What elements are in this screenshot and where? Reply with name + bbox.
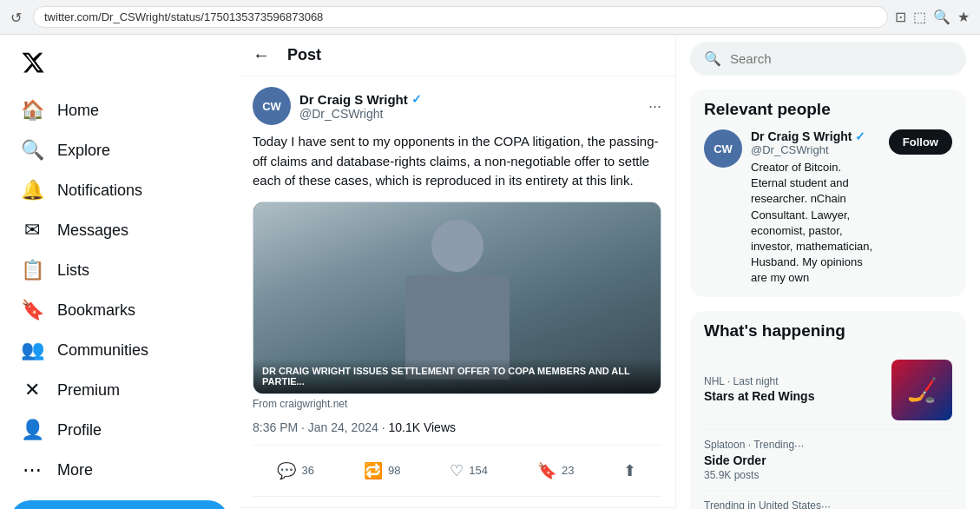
retweet-action[interactable]: 🔁 98: [357, 456, 407, 486]
notifications-icon: 🔔: [21, 179, 43, 202]
tweet-author-row: CW Dr Craig S Wright ✓ @Dr_CSWright ···: [253, 87, 661, 125]
relevant-verified-badge: ✓: [855, 129, 865, 143]
browser-icon-1[interactable]: ⊡: [895, 9, 906, 25]
communities-icon: 👥: [21, 339, 43, 361]
relevant-person-handle: @Dr_CSWright: [751, 143, 880, 156]
relevant-people-title: Relevant people: [704, 100, 952, 119]
tweet-image-placeholder: DR CRAIG WRIGHT ISSUES SETTLEMENT OFFER …: [253, 202, 661, 393]
sidebar: 🏠 Home 🔍 Explore 🔔 Notifications ✉ Messa…: [0, 35, 239, 509]
sidebar-item-profile[interactable]: 👤 Profile: [10, 410, 228, 450]
whats-happening-title: What's happening: [704, 321, 952, 340]
trending-splatoon-count: 35.9K posts: [704, 469, 804, 481]
tweet-image[interactable]: DR CRAIG WRIGHT ISSUES SETTLEMENT OFFER …: [253, 202, 661, 394]
reply-action[interactable]: 💬 36: [270, 456, 320, 486]
trending-splatoon-row: Splatoon · Trending ··· Side Order 35.9K…: [704, 439, 952, 481]
bookmark-icon: 🔖: [537, 461, 556, 480]
reload-icon[interactable]: ↺: [10, 10, 26, 25]
trending-splatoon-content: Splatoon · Trending ··· Side Order 35.9K…: [704, 439, 804, 481]
url-bar[interactable]: twitter.com/Dr_CSWright/status/175013537…: [33, 6, 888, 28]
browser-bar: ↺ twitter.com/Dr_CSWright/status/1750135…: [0, 0, 980, 35]
like-count: 154: [469, 464, 488, 477]
tweet-image-caption: DR CRAIG WRIGHT ISSUES SETTLEMENT OFFER …: [262, 366, 652, 387]
trending-emile-content: Trending in United States ··· Emile 7,21…: [704, 499, 831, 510]
trending-nhl-content: NHL · Last night Stars at Red Wings: [704, 375, 814, 405]
sidebar-item-home[interactable]: 🏠 Home: [10, 90, 228, 130]
tweet-image-source: From craigwright.net: [253, 398, 661, 410]
author-handle[interactable]: @Dr_CSWright: [299, 107, 422, 121]
trending-nhl-row: NHL · Last night Stars at Red Wings 🏒: [704, 360, 952, 420]
share-action[interactable]: ⬆: [616, 456, 643, 486]
post-header: ← Post: [239, 35, 675, 76]
sidebar-item-more[interactable]: ⋯ More: [10, 450, 228, 490]
profile-icon: 👤: [21, 419, 43, 441]
relevant-people-section: Relevant people CW Dr Craig S Wright ✓ @…: [690, 89, 966, 297]
tweet-avatar[interactable]: CW: [253, 87, 291, 125]
sidebar-label-notifications: Notifications: [57, 182, 142, 200]
trending-emile-more[interactable]: ···: [821, 499, 831, 510]
tweet-image-overlay: DR CRAIG WRIGHT ISSUES SETTLEMENT OFFER …: [253, 359, 661, 393]
sidebar-item-communities[interactable]: 👥 Communities: [10, 330, 228, 370]
search-input[interactable]: [730, 51, 952, 66]
sidebar-item-premium[interactable]: ✕ Premium: [10, 370, 228, 410]
browser-icon-2[interactable]: ⬚: [913, 9, 926, 25]
relevant-person-bio: Creator of Bitcoin. Eternal student and …: [751, 160, 880, 287]
trending-emile-row: Trending in United States ··· Emile 7,21…: [704, 499, 952, 510]
back-button[interactable]: ←: [253, 45, 270, 65]
sidebar-item-notifications[interactable]: 🔔 Notifications: [10, 170, 228, 210]
sidebar-label-explore: Explore: [57, 142, 110, 160]
sidebar-label-bookmarks: Bookmarks: [57, 301, 135, 320]
lists-icon: 📋: [21, 259, 43, 281]
logo[interactable]: [10, 42, 228, 87]
bookmarks-icon: 🔖: [21, 299, 43, 321]
sidebar-item-lists[interactable]: 📋 Lists: [10, 250, 228, 290]
tweet-more-button[interactable]: ···: [648, 97, 661, 116]
nhl-image: 🏒: [891, 360, 952, 420]
sidebar-item-explore[interactable]: 🔍 Explore: [10, 130, 228, 170]
author-display-name[interactable]: Dr Craig S Wright ✓: [299, 92, 422, 107]
sidebar-label-messages: Messages: [57, 221, 128, 240]
follow-button[interactable]: Follow: [889, 129, 952, 155]
relevant-person-avatar[interactable]: CW: [704, 129, 742, 168]
trending-nhl-name: Stars at Red Wings: [704, 389, 814, 403]
main-content: ← Post CW Dr Craig S Wright ✓ @Dr_CSWrig…: [239, 35, 676, 509]
whats-happening-section: What's happening NHL · Last night Stars …: [690, 311, 966, 510]
relevant-person: CW Dr Craig S Wright ✓ @Dr_CSWright Crea…: [704, 129, 952, 287]
home-icon: 🏠: [21, 99, 43, 122]
reply-count: 36: [301, 464, 313, 477]
browser-icons: ⊡ ⬚ 🔍 ★: [895, 9, 970, 25]
retweet-count: 98: [388, 464, 400, 477]
search-icon: 🔍: [704, 50, 721, 67]
sidebar-label-lists: Lists: [57, 261, 89, 280]
sidebar-item-messages[interactable]: ✉ Messages: [10, 210, 228, 250]
trending-emile-meta: Trending in United States ···: [704, 499, 831, 510]
messages-icon: ✉: [21, 219, 43, 241]
right-sidebar: 🔍 Relevant people CW Dr Craig S Wright ✓…: [676, 35, 980, 509]
tweet-timestamp: 8:36 PM · Jan 24, 2024: [253, 420, 378, 434]
bookmark-action[interactable]: 🔖 23: [530, 456, 581, 486]
like-action[interactable]: ♡ 154: [443, 456, 495, 486]
post-button[interactable]: Post: [10, 500, 228, 509]
sidebar-label-home: Home: [57, 102, 99, 120]
relevant-person-info: Dr Craig S Wright ✓ @Dr_CSWright Creator…: [751, 129, 880, 287]
more-icon: ⋯: [21, 459, 43, 481]
search-box[interactable]: 🔍: [690, 42, 966, 76]
trending-item-splatoon[interactable]: Splatoon · Trending ··· Side Order 35.9K…: [704, 430, 952, 491]
browser-icon-4[interactable]: ★: [957, 9, 970, 25]
share-icon: ⬆: [623, 461, 636, 480]
author-names: Dr Craig S Wright ✓ @Dr_CSWright: [299, 92, 422, 121]
sidebar-label-communities: Communities: [57, 341, 148, 360]
tweet-meta: 8:36 PM · Jan 24, 2024 · 10.1K Views: [253, 420, 661, 434]
trending-splatoon-more[interactable]: ···: [794, 439, 804, 452]
trending-nhl-meta: NHL · Last night: [704, 375, 814, 387]
trending-splatoon-name: Side Order: [704, 453, 804, 467]
post-header-title: Post: [287, 46, 321, 64]
sidebar-item-bookmarks[interactable]: 🔖 Bookmarks: [10, 290, 228, 330]
browser-icon-3[interactable]: 🔍: [933, 9, 950, 25]
trending-item-nhl[interactable]: NHL · Last night Stars at Red Wings 🏒: [704, 351, 952, 430]
tweet-views: 10.1K Views: [388, 420, 456, 434]
trending-item-emile[interactable]: Trending in United States ··· Emile 7,21…: [704, 491, 952, 510]
app-container: 🏠 Home 🔍 Explore 🔔 Notifications ✉ Messa…: [0, 35, 980, 509]
tweet-text: Today I have sent to my opponents in the…: [253, 132, 661, 191]
like-icon: ♡: [450, 461, 464, 480]
bookmark-count: 23: [562, 464, 574, 477]
